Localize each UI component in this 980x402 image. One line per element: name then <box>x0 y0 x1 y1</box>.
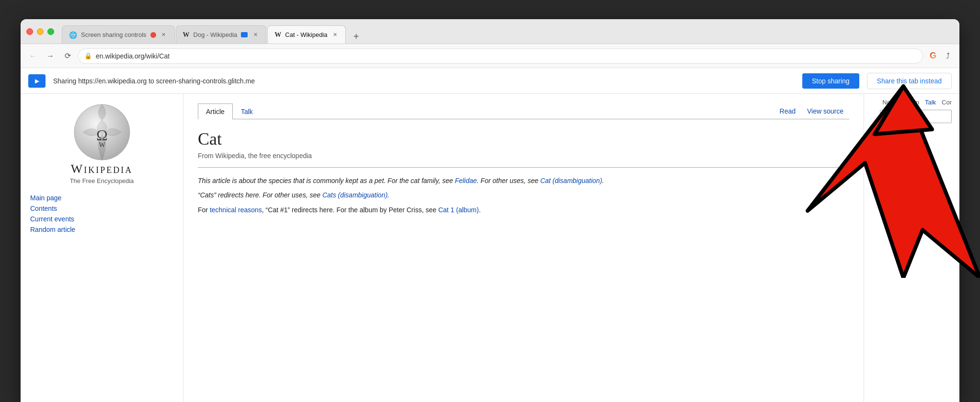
browser-share-icon[interactable]: ⤴ <box>942 50 954 62</box>
recording-indicator <box>150 32 156 38</box>
maximize-traffic-light[interactable] <box>47 28 54 35</box>
tab-dog-wikipedia-close[interactable]: ✕ <box>251 31 259 39</box>
close-traffic-light[interactable] <box>26 28 33 35</box>
toolbar-icons: G ⤴ <box>927 50 954 62</box>
share-this-tab-button[interactable]: Share this tab instead <box>867 73 952 89</box>
tab-dog-wikipedia-label: Dog - Wikipedia <box>194 31 238 38</box>
wikipedia-w-icon: W <box>183 31 190 39</box>
wiki-logo: Ω W Wikipedia The Free Encyclopedia <box>30 103 173 184</box>
article-title: Cat <box>198 129 849 149</box>
refresh-button[interactable]: ⟳ <box>61 49 74 63</box>
article-tab-talk[interactable]: Talk <box>233 103 261 119</box>
back-button[interactable]: ← <box>26 49 40 63</box>
search-placeholder: Search <box>884 113 904 120</box>
cats-redirect-end: . <box>387 191 389 199</box>
article-tab-read[interactable]: Read <box>774 103 801 119</box>
article-tab-article[interactable]: Article <box>198 103 233 119</box>
tab-dog-wikipedia[interactable]: W Dog - Wikipedia ✕ <box>176 25 267 44</box>
address-bar[interactable]: 🔒 en.wikipedia.org/wiki/Cat <box>78 48 923 64</box>
globe-icon: 🌐 <box>69 31 77 39</box>
lock-icon: 🔒 <box>84 52 92 59</box>
traffic-lights <box>26 28 54 35</box>
not-logged-in-text: Not logged in <box>882 99 919 106</box>
new-tab-button[interactable]: + <box>349 29 363 44</box>
nav-link-main-page[interactable]: Main page <box>30 194 173 202</box>
tab-cat-wikipedia-close[interactable]: ✕ <box>331 31 339 39</box>
disambiguation-text-2: . For other uses, see <box>477 177 540 184</box>
article-disambiguation-2: “Cats” redirects here. For other uses, s… <box>198 190 849 200</box>
cats-disambiguation-link[interactable]: Cats (disambiguation) <box>322 191 387 199</box>
sharing-text: Sharing https://en.wikipedia.org to scre… <box>53 77 795 85</box>
wikipedia-w-icon-cat: W <box>274 31 281 39</box>
article-technical-note: For technical reasons, “Cat #1” redirect… <box>198 205 849 215</box>
technical-text-2: , “Cat #1” redirects here. For the album… <box>262 206 438 214</box>
tab-screen-sharing[interactable]: 🌐 Screen sharing controls ✕ <box>62 25 175 44</box>
title-bar: 🌐 Screen sharing controls ✕ W Dog - Wiki… <box>21 19 959 44</box>
cor-text: Cor <box>942 99 952 106</box>
tabs-container: 🌐 Screen sharing controls ✕ W Dog - Wiki… <box>62 19 954 44</box>
disambiguation-text-3: . <box>602 177 604 184</box>
cats-redirect-text: “Cats” redirects here. For other uses, s… <box>198 191 322 199</box>
svg-text:W: W <box>99 141 105 149</box>
sharing-indicator-icon <box>241 32 248 37</box>
felidae-link[interactable]: Felidae <box>455 177 477 184</box>
disambiguation-text-1: This article is about the species that i… <box>198 177 455 184</box>
article-divider <box>198 167 849 168</box>
forward-button[interactable]: → <box>44 49 57 63</box>
technical-end: . <box>479 206 481 214</box>
tab-screen-sharing-close[interactable]: ✕ <box>160 31 168 39</box>
stop-sharing-button[interactable]: Stop sharing <box>802 73 859 89</box>
minimize-traffic-light[interactable] <box>37 28 44 35</box>
article-disambiguation-1: This article is about the species that i… <box>198 175 849 186</box>
tab-cat-wikipedia[interactable]: W Cat - Wikipedia ✕ <box>267 25 346 44</box>
article-tabs: Article Talk Read View source <box>198 103 849 119</box>
tab-cat-wikipedia-label: Cat - Wikipedia <box>285 31 327 38</box>
wiki-nav-links: Main page Contents Current events Random… <box>30 194 173 233</box>
wiki-main: Article Talk Read View source Cat From W… <box>183 94 864 402</box>
sharing-bar: Sharing https://en.wikipedia.org to scre… <box>21 68 959 94</box>
wikipedia-globe: Ω W <box>73 103 131 161</box>
search-bar[interactable]: Search <box>880 110 952 123</box>
article-tab-view-source[interactable]: View source <box>801 103 849 119</box>
page-content: Ω W Wikipedia The Free Encyclopedia Main… <box>21 94 959 402</box>
cat-link[interactable]: Cat (disambiguation) <box>540 177 602 184</box>
tab-screen-sharing-label: Screen sharing controls <box>81 31 147 38</box>
nav-link-current-events[interactable]: Current events <box>30 215 173 223</box>
address-bar-row: ← → ⟳ 🔒 en.wikipedia.org/wiki/Cat G ⤴ <box>21 44 959 68</box>
address-text: en.wikipedia.org/wiki/Cat <box>96 52 170 60</box>
wiki-sidebar: Ω W Wikipedia The Free Encyclopedia Main… <box>21 94 183 402</box>
wiki-right-edge: Not logged in Talk Cor Search <box>864 94 959 402</box>
wiki-subtitle: The Free Encyclopedia <box>70 177 134 184</box>
nav-link-contents[interactable]: Contents <box>30 205 173 212</box>
browser-window: 🌐 Screen sharing controls ✕ W Dog - Wiki… <box>21 19 959 402</box>
technical-text-1: For <box>198 206 210 214</box>
cat1-album-link[interactable]: Cat 1 (album) <box>438 206 479 214</box>
article-from: From Wikipedia, the free encyclopedia <box>198 152 849 160</box>
nav-link-random-article[interactable]: Random article <box>30 226 173 233</box>
google-icon: G <box>927 50 939 62</box>
talk-link-right[interactable]: Talk <box>925 99 936 106</box>
sharing-screen-icon <box>28 74 46 88</box>
wiki-title: Wikipedia <box>71 161 133 176</box>
technical-reasons-link[interactable]: technical reasons <box>210 206 262 214</box>
top-right-actions: Not logged in Talk Cor <box>872 99 952 106</box>
